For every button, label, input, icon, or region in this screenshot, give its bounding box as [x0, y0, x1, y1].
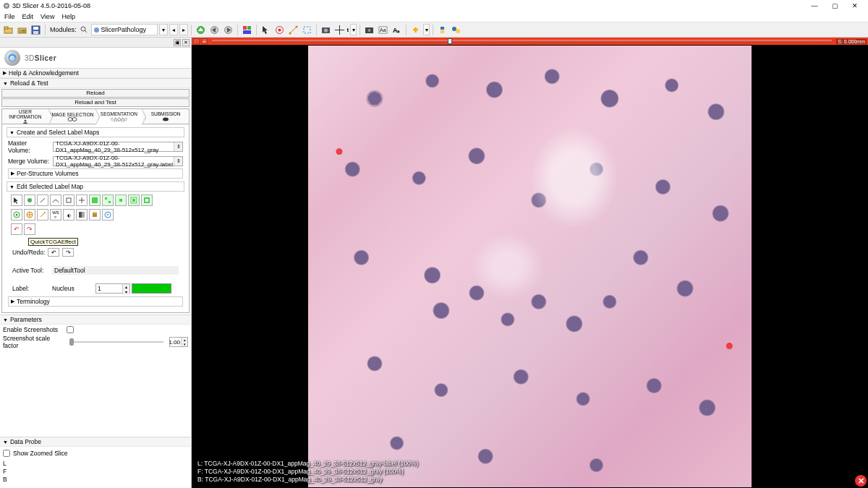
rectangle-tool[interactable]	[63, 194, 75, 206]
slice-canvas[interactable]: L: TCGA-XJ-A9DX-01Z-00-DX1_appMag_40_29_…	[192, 45, 868, 488]
enable-screenshots-checkbox[interactable]	[67, 326, 74, 333]
save-island-tool[interactable]	[115, 194, 127, 206]
erode-tool[interactable]	[128, 194, 140, 206]
nav-fwd-button[interactable]	[222, 24, 234, 36]
default-tool[interactable]	[11, 194, 22, 206]
fast-grow-cut-tool[interactable]	[24, 209, 35, 221]
module-history-fwd[interactable]: ▸	[179, 24, 188, 35]
remove-islands-tool[interactable]	[102, 194, 114, 206]
module-search-button[interactable]	[80, 24, 90, 36]
tab-segmentation[interactable]: SEGMENTATION ○△◇△○	[95, 108, 143, 124]
roi-button[interactable]	[301, 24, 313, 36]
maximize-button[interactable]: ▢	[825, 1, 845, 11]
pin-icon[interactable]: 📌	[193, 38, 200, 44]
reload-test-button[interactable]: Reload and Test	[1, 98, 190, 107]
menu-file[interactable]: File	[4, 13, 15, 20]
parameters-header[interactable]: ▼Parameters	[0, 315, 191, 325]
undo-tool[interactable]: ↶	[11, 223, 22, 235]
show-zoomed-checkbox[interactable]	[3, 450, 10, 457]
level-tracing-tool[interactable]	[50, 194, 61, 206]
python-button[interactable]	[436, 24, 448, 36]
dataprobe-header[interactable]: ▼Data Probe	[0, 437, 191, 447]
panel-float-button[interactable]: ▣	[174, 39, 181, 46]
annotation-button[interactable]: Aa	[377, 24, 389, 36]
fiducial-button[interactable]	[273, 24, 286, 36]
merge-volume-selector[interactable]: TCGA-XJ-A9DX-01Z-00-DX1_appMag_40_29_38-…	[53, 156, 183, 166]
svg-rect-57	[145, 199, 148, 202]
logo-row: 3DSlicer	[0, 48, 191, 68]
menu-edit[interactable]: Edit	[22, 13, 34, 20]
quick-tcga-tool[interactable]	[102, 209, 114, 221]
svg-point-66	[107, 214, 109, 215]
slice-offset-slider[interactable]	[212, 40, 832, 43]
wand-tool[interactable]	[37, 209, 48, 221]
draw-tool[interactable]	[37, 194, 48, 206]
scale-factor-input[interactable]: 1.00▴▾	[169, 337, 188, 347]
tab-user-information[interactable]: USER INFORMATION	[1, 108, 49, 124]
svg-line-46	[41, 198, 45, 202]
extension-button[interactable]	[409, 24, 422, 36]
change-label-tool[interactable]	[76, 209, 88, 221]
save-button[interactable]	[30, 24, 42, 36]
module-history-back[interactable]: ◂	[169, 24, 178, 35]
threshold-tool[interactable]: ◐	[63, 209, 75, 221]
make-model-tool[interactable]	[89, 209, 101, 221]
load-data-button[interactable]	[2, 24, 14, 36]
change-island-tool[interactable]	[89, 194, 101, 206]
svg-point-43	[163, 118, 169, 121]
scale-factor-slider[interactable]	[69, 341, 163, 343]
reload-section-header[interactable]: ▼Reload & Test	[0, 79, 191, 88]
create-select-header[interactable]: ▼Create and Select Label Maps	[7, 127, 184, 137]
module-dropdown-button[interactable]: ▾	[159, 24, 168, 35]
paint-tool[interactable]	[24, 194, 35, 206]
nav-back-button[interactable]	[208, 24, 221, 36]
edit-labelmap-header[interactable]: ▼Edit Selected Label Map	[7, 181, 184, 192]
capture-button[interactable]	[363, 24, 375, 36]
menu-view[interactable]: View	[41, 13, 54, 20]
redo-tool[interactable]: ↷	[24, 223, 35, 235]
close-button[interactable]: ✕	[845, 1, 865, 11]
svg-rect-50	[92, 197, 98, 203]
terminology-header[interactable]: ▶Terminology	[8, 296, 183, 307]
grow-cut-tool[interactable]	[11, 209, 22, 221]
undo-button[interactable]: ↶	[48, 248, 59, 257]
redo-button[interactable]: ↷	[62, 248, 74, 257]
module-icon	[93, 27, 100, 33]
master-volume-selector[interactable]: TCGA-XJ-A9DX-01Z-00-DX1_appMag_40_29_38-…	[53, 142, 183, 152]
layout-button[interactable]	[241, 24, 253, 36]
panel-close-button[interactable]: ✕	[182, 39, 190, 46]
crosshair-menu[interactable]: ▾	[350, 24, 357, 35]
label-index-input[interactable]: 1▴▾	[95, 283, 130, 294]
python-console-button[interactable]	[450, 24, 462, 36]
mouse-mode-button[interactable]	[260, 24, 272, 36]
slice-menu-button[interactable]: «	[201, 38, 208, 44]
ruler-button[interactable]	[287, 24, 299, 36]
identify-islands-tool[interactable]	[76, 194, 88, 206]
tab-image-selection[interactable]: IMAGE SELECTION	[48, 108, 96, 124]
segmentation-icon: ○△◇△○	[111, 116, 127, 121]
help-section-header[interactable]: ▶Help & Acknowledgement	[0, 69, 191, 78]
dilate-tool[interactable]	[141, 194, 153, 206]
module-selector[interactable]: SlicerPathology	[91, 24, 158, 35]
crosshair-button[interactable]	[333, 24, 346, 36]
minimize-button[interactable]: ―	[804, 1, 825, 11]
error-indicator-icon[interactable]: ✕	[855, 475, 867, 487]
probe-f: F	[3, 468, 188, 475]
load-dicom-button[interactable]: DB	[16, 24, 28, 36]
active-tool-label: Active Tool:	[12, 267, 52, 274]
reload-button[interactable]: Reload	[1, 89, 190, 98]
svg-point-41	[68, 117, 72, 121]
overlay-b: B: TCGA-XJ-A9DX-01Z-00-DX1_appMag_40_29_…	[197, 476, 418, 484]
screenshot-button[interactable]	[320, 24, 332, 36]
menu-help[interactable]: Help	[61, 13, 75, 20]
per-structure-header[interactable]: ▶Per-Structure Volumes	[8, 168, 183, 179]
svg-line-24	[290, 27, 297, 33]
home-button[interactable]	[195, 24, 207, 36]
watershed-tool[interactable]: WS▿	[50, 209, 61, 221]
svg-point-1	[5, 4, 8, 7]
text-annotation-button[interactable]: Aₐ	[391, 24, 403, 36]
tab-submission[interactable]: SUBMISSION	[142, 108, 190, 124]
extension-menu[interactable]: ▾	[423, 24, 430, 35]
label-color-swatch[interactable]	[132, 283, 171, 294]
svg-rect-62	[82, 212, 85, 218]
